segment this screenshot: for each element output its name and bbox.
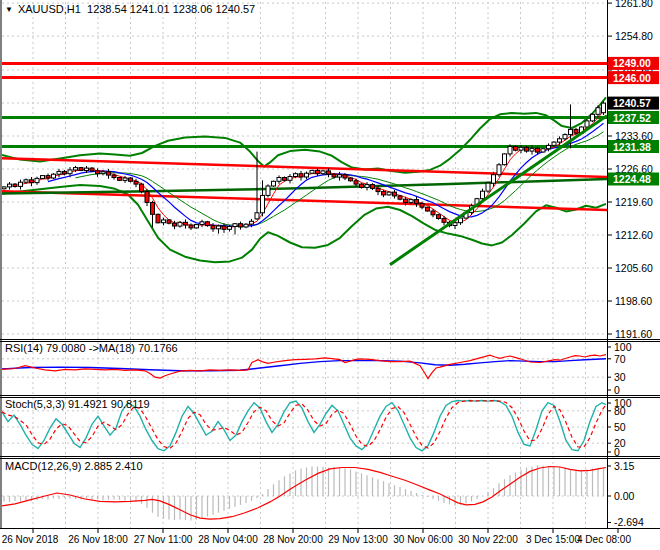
candle-body-bear (437, 215, 441, 219)
candle (360, 183, 364, 189)
price-badge: 1240.57 (608, 97, 659, 110)
candle-body-bull (35, 178, 39, 182)
candle-body-bear (46, 176, 50, 178)
candle-body-bear (404, 199, 408, 202)
candle-body-bear (371, 185, 375, 189)
candle-body-bear (63, 171, 67, 173)
price-badge-label: 1249.00 (613, 57, 651, 69)
candle-body-bear (13, 184, 17, 186)
candle-body-bull (492, 175, 496, 184)
candle-body-bear (393, 192, 397, 196)
price-badge: 1224.48 (608, 173, 659, 186)
candle (426, 207, 430, 212)
candle-body-bull (486, 183, 490, 191)
candle (398, 195, 402, 201)
price-badge-label: 1231.38 (613, 141, 651, 153)
rsi-scale-tick-label: 100 (614, 341, 632, 353)
symbol-label: XAUUSD,H1 (18, 3, 81, 15)
candle-body-bear (112, 175, 116, 177)
candle-body-bear (327, 171, 331, 174)
candle (266, 184, 270, 197)
candle (371, 183, 375, 190)
candle-body-bull (123, 178, 127, 180)
candle-body-bear (382, 192, 386, 195)
price-badge-label: 1237.52 (613, 112, 651, 124)
candle (338, 172, 342, 181)
candle-body-bear (96, 171, 100, 174)
symbol-dropdown-icon[interactable]: ▼ (5, 5, 13, 14)
candle-body-bull (266, 186, 270, 195)
stoch-label: Stoch(5,3,3) 91.4921 90.8119 (5, 398, 150, 410)
candle-body-bear (189, 225, 193, 228)
candle-body-bear (167, 220, 171, 223)
candle (244, 223, 248, 228)
candle (35, 177, 39, 185)
candle-body-bear (574, 129, 578, 133)
candle (206, 221, 210, 227)
time-label: 28 Nov 04:00 (198, 534, 258, 545)
candle-body-bull (558, 139, 562, 142)
candle (19, 180, 23, 190)
candle (382, 190, 386, 197)
candle (525, 146, 529, 153)
candle-body-bear (525, 147, 529, 151)
candle-body-bull (2, 187, 6, 189)
chart-window: 1261.801254.801247.601233.601226.601219.… (0, 0, 660, 550)
candle (602, 101, 606, 115)
candle (217, 225, 221, 234)
candle-body-bear (349, 178, 353, 181)
time-label: 27 Nov 11:00 (134, 534, 193, 545)
candle (272, 181, 276, 187)
candle-body-bull (547, 145, 551, 148)
candle (486, 182, 490, 193)
candle-body-bull (552, 142, 556, 145)
candle-body-bull (19, 182, 23, 186)
candle (156, 214, 160, 224)
time-label: 30 Nov 06:00 (393, 534, 453, 545)
price-badge-label: 1240.57 (613, 97, 651, 109)
candle-body-bear (134, 181, 138, 184)
candle-body-bear (283, 178, 287, 181)
candle-body-bear (140, 184, 144, 192)
candle (508, 144, 512, 156)
candle (437, 214, 441, 220)
price-badge-label: 1224.48 (613, 173, 651, 185)
candle-body-bear (173, 223, 177, 226)
rsi-scale-tick-label: 30 (614, 371, 626, 383)
price-badge: 1237.52 (608, 111, 659, 124)
candle-body-bull (365, 185, 369, 188)
candle-body-bull (409, 200, 413, 203)
candle (145, 189, 149, 206)
candle-body-bear (398, 196, 402, 199)
candle (233, 223, 237, 234)
candle-body-bull (294, 174, 298, 177)
candle-body-bear (442, 219, 446, 223)
candle-body-bear (343, 175, 347, 178)
candle (13, 183, 17, 188)
candle (140, 183, 144, 194)
candle-body-bull (41, 176, 45, 179)
candle-body-bear (90, 168, 94, 171)
candle (2, 186, 6, 189)
macd-scale-tick-label: -2.694 (614, 516, 644, 528)
price-badge: 1246.00 (608, 71, 659, 84)
candle (387, 192, 391, 196)
candle (41, 175, 45, 179)
candle-body-bull (563, 135, 567, 139)
candle-body-bull (530, 148, 534, 151)
macd-label: MACD(12,26,9) 2.885 2.410 (5, 460, 143, 472)
candle-body-bull (24, 180, 28, 182)
candle (200, 220, 204, 228)
candle (52, 173, 56, 179)
candle-body-bull (162, 220, 166, 223)
candle (184, 219, 188, 228)
macd-scale-tick-label: 3.15 (614, 460, 635, 472)
time-label: 28 Nov 20:00 (263, 534, 323, 545)
price-tick-label: 1254.80 (615, 30, 653, 42)
candle-body-bear (332, 174, 336, 177)
price-tick-label: 1198.60 (615, 295, 652, 307)
candle (299, 171, 303, 181)
price-tick-label: 1219.60 (615, 196, 653, 208)
candle (283, 177, 287, 182)
candle (46, 174, 50, 181)
